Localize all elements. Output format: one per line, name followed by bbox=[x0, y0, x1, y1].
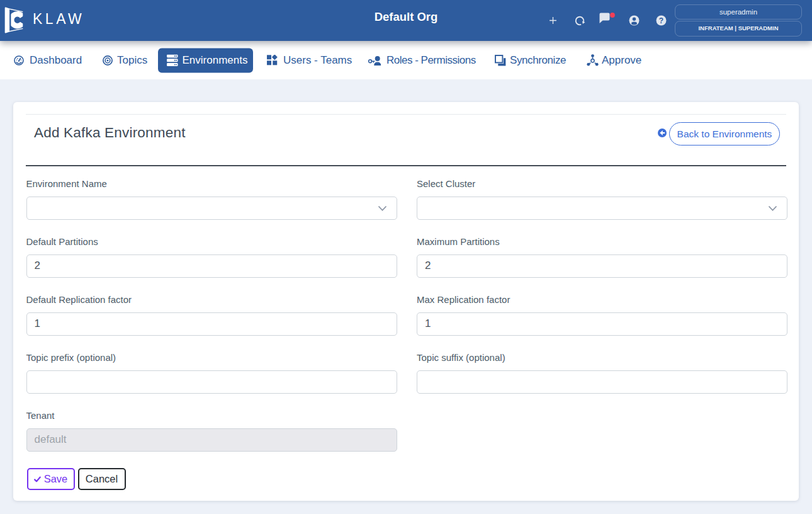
svg-text:?: ? bbox=[658, 16, 663, 25]
